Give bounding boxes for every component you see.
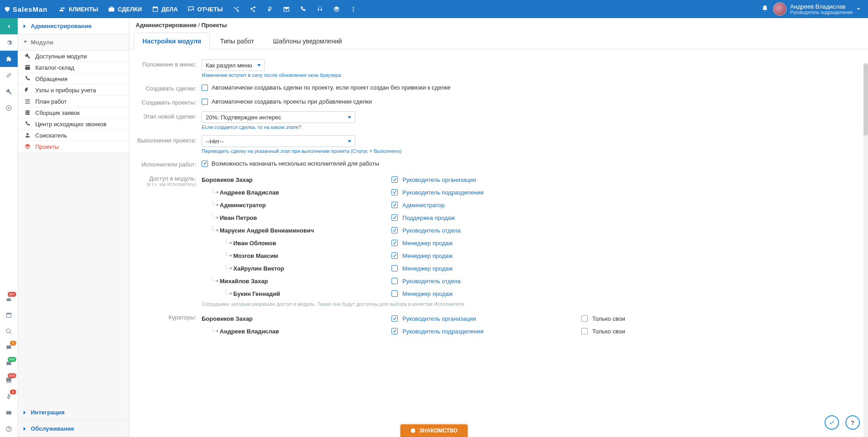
nav-clients[interactable]: КЛИЕНТЫ bbox=[55, 0, 103, 18]
nav-ruble-icon[interactable] bbox=[262, 0, 278, 18]
svg-point-2 bbox=[353, 10, 354, 12]
nav-shuffle-icon[interactable] bbox=[228, 0, 244, 18]
nav-layers-icon[interactable] bbox=[329, 0, 344, 18]
svg-point-1 bbox=[353, 9, 354, 10]
notification-bell-icon[interactable] bbox=[761, 5, 769, 14]
nav-deals[interactable]: СДЕЛКИ bbox=[104, 0, 146, 18]
svg-point-0 bbox=[353, 6, 354, 8]
top-bar: SalesMan КЛИЕНТЫ СДЕЛКИ ДЕЛА ОТЧЕТЫ Андр… bbox=[0, 0, 868, 18]
nav-phone-icon[interactable] bbox=[295, 0, 311, 18]
chevron-down-icon bbox=[856, 6, 861, 13]
top-nav: КЛИЕНТЫ СДЕЛКИ ДЕЛА ОТЧЕТЫ bbox=[55, 0, 361, 18]
nav-reports[interactable]: ОТЧЕТЫ bbox=[183, 0, 227, 18]
logo[interactable]: SalesMan bbox=[4, 5, 47, 13]
user-role: Руководитель подразделения bbox=[790, 10, 853, 15]
nav-share-icon[interactable] bbox=[245, 0, 261, 18]
nav-more-icon[interactable] bbox=[345, 0, 361, 18]
logo-icon bbox=[4, 5, 11, 13]
user-name: Андреев Владислав bbox=[790, 4, 853, 10]
nav-tasks[interactable]: ДЕЛА bbox=[147, 0, 182, 18]
nav-support-icon[interactable] bbox=[312, 0, 328, 18]
user-menu[interactable]: Андреев Владислав Руководитель подраздел… bbox=[773, 2, 864, 16]
logo-text: SalesMan bbox=[13, 5, 47, 13]
nav-mail-icon[interactable] bbox=[278, 0, 294, 18]
avatar bbox=[773, 2, 787, 16]
